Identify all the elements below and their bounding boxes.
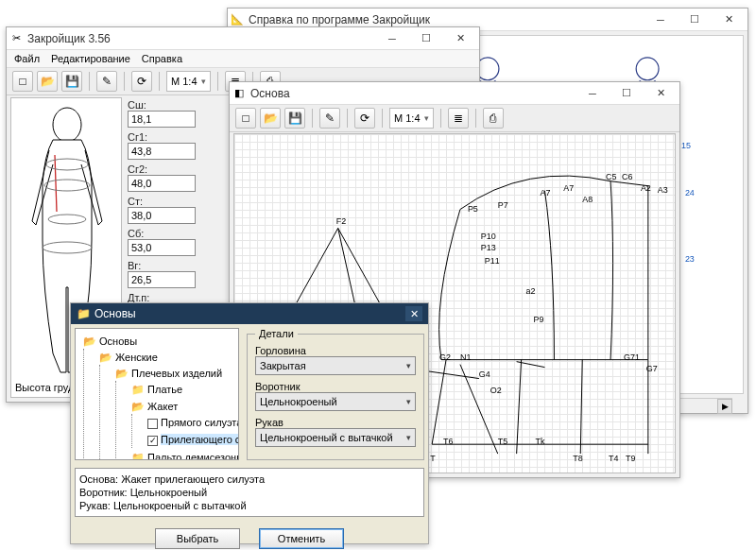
basis-title: Основы — [94, 307, 405, 320]
maximize-button[interactable]: ☐ — [678, 9, 712, 30]
new-icon: □ — [242, 112, 249, 125]
svg-text:G71: G71 — [624, 352, 640, 362]
maximize-button[interactable]: ☐ — [610, 83, 644, 104]
svg-text:N1: N1 — [460, 352, 471, 362]
svg-point-11 — [53, 108, 81, 142]
checkbox-unchecked-icon[interactable] — [147, 419, 158, 429]
minimize-button[interactable]: ─ — [644, 9, 678, 30]
separator — [440, 109, 441, 128]
brush-button[interactable]: ✎ — [319, 108, 340, 129]
close-button[interactable]: ✕ — [443, 28, 477, 49]
field-input-sg1[interactable] — [128, 143, 196, 160]
close-button[interactable]: ✕ — [405, 306, 422, 321]
tree-fitted[interactable]: Прилегающего силуэта — [161, 434, 239, 445]
separator — [347, 109, 348, 128]
menu-help[interactable]: Справка — [142, 53, 182, 64]
field-input-vg[interactable] — [128, 271, 196, 288]
neck-label: Горловина — [255, 345, 416, 356]
svg-text:T8: T8 — [573, 454, 582, 463]
folder-icon: 📂 — [99, 352, 112, 363]
field-input-sb[interactable] — [128, 239, 196, 256]
app-icon: ✂ — [9, 31, 24, 46]
sync-icon: ⟳ — [360, 112, 369, 125]
field-label: Сг2: — [128, 163, 213, 175]
sync-icon: ⟳ — [137, 75, 146, 88]
align-button[interactable]: ≣ — [448, 108, 469, 129]
collar-select[interactable]: Цельнокроеный — [255, 392, 416, 411]
scroll-right-icon[interactable]: ▶ — [717, 399, 732, 414]
cancel-button[interactable]: Отменить — [259, 528, 344, 549]
open-button[interactable]: 📂 — [260, 108, 281, 129]
field-label: Вг: — [128, 260, 213, 271]
tree-root[interactable]: Основы — [99, 335, 137, 347]
separator — [312, 109, 313, 128]
tree-platye[interactable]: Платье — [147, 384, 182, 395]
separator — [217, 72, 218, 91]
svg-text:G2: G2 — [439, 352, 451, 362]
print-button[interactable]: ⎙ — [483, 108, 504, 129]
checkbox-checked-icon[interactable]: ✓ — [147, 436, 158, 446]
field-label: Сг1: — [128, 131, 213, 143]
brush-button[interactable]: ✎ — [96, 71, 117, 92]
svg-text:a2: a2 — [526, 286, 536, 296]
pattern-title: Основа — [250, 87, 576, 100]
sync-button[interactable]: ⟳ — [354, 108, 375, 129]
svg-text:15: 15 — [681, 141, 691, 150]
new-button[interactable]: □ — [235, 108, 256, 129]
details-group: Детали Горловина Закрытая Воротник Цельн… — [247, 328, 424, 460]
tree-palto-demi[interactable]: Пальто демисезонное — [147, 452, 239, 460]
collar-label: Воротник — [255, 381, 416, 392]
sleeve-select[interactable]: Цельнокроеный с вытачкой — [255, 428, 416, 447]
tree-shoulder[interactable]: Плечевых изделий — [131, 368, 222, 379]
brush-icon: ✎ — [325, 112, 335, 125]
open-icon: 📂 — [41, 75, 55, 88]
summary-line: Основа: Жакет прилегающего силуэта — [79, 473, 420, 486]
tree-jacket[interactable]: Жакет — [147, 401, 178, 412]
app-icon: 📐 — [230, 12, 245, 27]
neck-select[interactable]: Закрытая — [255, 356, 416, 375]
separator — [89, 72, 90, 91]
close-button[interactable]: ✕ — [712, 9, 746, 30]
field-input-ssh[interactable] — [128, 111, 196, 128]
field-input-sg2[interactable] — [128, 175, 196, 192]
zoom-select[interactable]: M 1:4 — [166, 71, 211, 92]
summary-line: Воротник: Цельнокроеный — [79, 486, 420, 499]
maximize-button[interactable]: ☐ — [409, 28, 443, 49]
close-button[interactable]: ✕ — [644, 83, 678, 104]
summary-box: Основа: Жакет прилегающего силуэта Ворот… — [75, 468, 424, 517]
zoom-select[interactable]: M 1:4 — [389, 108, 434, 129]
folder-icon: 📁 — [131, 384, 145, 395]
svg-text:T: T — [430, 454, 436, 463]
basis-tree[interactable]: 📂 Основы 📂 Женские 📂 Плечевых изделий 📁 … — [75, 328, 239, 460]
minimize-button[interactable]: ─ — [375, 28, 409, 49]
main-title: Закройщик 3.56 — [27, 32, 375, 45]
minimize-button[interactable]: ─ — [576, 83, 610, 104]
svg-text:A7: A7 — [563, 183, 574, 193]
menu-file[interactable]: Файл — [14, 53, 40, 64]
save-icon: 💾 — [288, 112, 302, 125]
svg-text:P7: P7 — [498, 200, 508, 210]
menu-edit[interactable]: Редактирование — [51, 53, 130, 64]
separator — [382, 109, 383, 128]
save-button[interactable]: 💾 — [61, 71, 82, 92]
svg-text:T4: T4 — [609, 454, 618, 463]
svg-text:A7: A7 — [540, 188, 550, 198]
new-icon: □ — [19, 75, 26, 88]
details-legend: Детали — [255, 328, 298, 339]
tree-straight[interactable]: Прямого силуэта — [161, 417, 239, 428]
field-label: Сб: — [128, 228, 213, 239]
separator — [124, 72, 125, 91]
svg-text:P5: P5 — [468, 204, 478, 214]
dialog-buttons: Выбрать Отменить — [71, 521, 428, 550]
select-button[interactable]: Выбрать — [155, 528, 240, 549]
new-button[interactable]: □ — [12, 71, 33, 92]
svg-text:O2: O2 — [490, 386, 502, 395]
tree-female[interactable]: Женские — [115, 352, 158, 363]
sync-button[interactable]: ⟳ — [131, 71, 152, 92]
pattern-titlebar: ◧ Основа ─ ☐ ✕ — [230, 82, 679, 105]
field-input-st[interactable] — [128, 207, 196, 224]
svg-point-2 — [636, 58, 659, 80]
svg-text:Tk: Tk — [536, 437, 545, 446]
save-button[interactable]: 💾 — [284, 108, 305, 129]
open-button[interactable]: 📂 — [37, 71, 58, 92]
